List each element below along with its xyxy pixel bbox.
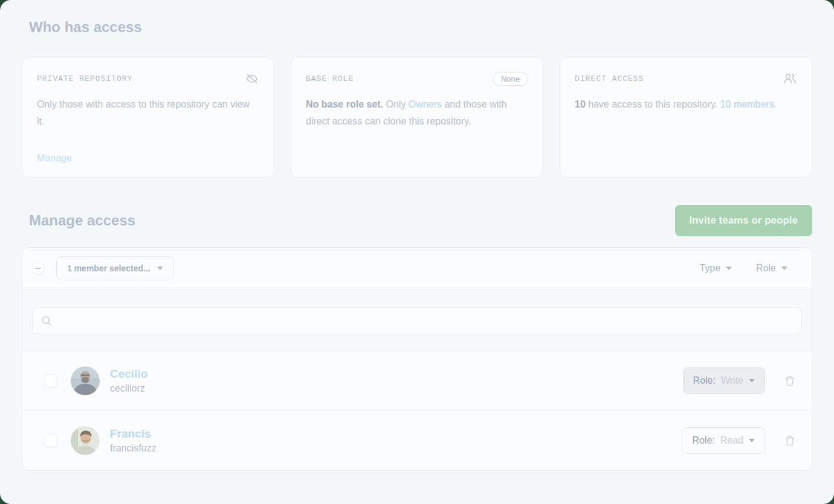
type-filter-label: Type	[699, 263, 720, 274]
role-prefix: Role:	[693, 375, 716, 386]
manage-link[interactable]: Manage	[37, 153, 259, 164]
role-dropdown[interactable]: Role: Read	[682, 427, 765, 454]
base-role-card: BASE ROLE None No base role set. Only Ow…	[291, 57, 543, 178]
role-filter-label: Role	[756, 263, 776, 274]
private-repository-card: PRIVATE REPOSITORY Only those with acces…	[22, 57, 274, 178]
none-badge: None	[493, 72, 528, 86]
role-value: Write	[721, 375, 743, 386]
chevron-down-icon	[726, 267, 732, 270]
role-value: Read	[720, 435, 743, 446]
remove-member-button[interactable]	[783, 373, 797, 388]
member-row-actions: Role: Read	[682, 427, 797, 454]
member-row-francis: Francis francisfuzz Role: Read	[22, 410, 812, 470]
role-prefix: Role:	[692, 435, 714, 446]
type-filter-dropdown[interactable]: Type	[699, 263, 732, 274]
chevron-down-icon	[749, 439, 755, 442]
eye-slash-icon	[245, 71, 259, 86]
selected-members-label: 1 member selected...	[67, 263, 150, 273]
member-search-box	[32, 308, 802, 334]
card-head: DIRECT ACCESS	[575, 71, 797, 86]
member-row-actions: Role: Write	[683, 367, 797, 394]
role-filter-dropdown[interactable]: Role	[756, 263, 787, 274]
member-row-cecilio: Cecilio ceciliorz Role: Write	[22, 351, 812, 410]
members-table: 1 member selected... Type Role	[22, 247, 812, 471]
direct-access-card: DIRECT ACCESS 10 have access to this rep…	[560, 57, 812, 178]
chevron-down-icon	[781, 267, 787, 270]
card-head: BASE ROLE None	[306, 71, 528, 86]
manage-access-header: Manage access Invite teams or people	[22, 205, 812, 236]
card-head: PRIVATE REPOSITORY	[37, 71, 259, 86]
direct-access-label: DIRECT ACCESS	[575, 74, 644, 83]
base-role-label: BASE ROLE	[306, 74, 354, 83]
member-name-link[interactable]: Francis	[110, 427, 156, 441]
access-summary-cards: PRIVATE REPOSITORY Only those with acces…	[22, 57, 812, 178]
avatar[interactable]	[71, 366, 100, 395]
member-identity: Cecilio ceciliorz	[110, 367, 147, 394]
members-table-toolbar: 1 member selected... Type Role	[22, 248, 812, 289]
members-count-link[interactable]: 10 members.	[720, 99, 777, 109]
remove-member-button[interactable]	[783, 433, 797, 448]
owners-link[interactable]: Owners	[409, 99, 442, 109]
select-all-checkbox[interactable]	[32, 262, 44, 274]
private-repository-description: Only those with access to this repositor…	[37, 96, 259, 130]
table-filters: Type Role	[699, 263, 787, 274]
private-repository-label: PRIVATE REPOSITORY	[37, 74, 132, 83]
trash-icon	[783, 373, 797, 388]
search-icon	[40, 315, 53, 327]
people-icon	[783, 71, 797, 86]
member-checkbox[interactable]	[44, 434, 57, 447]
chevron-down-icon	[749, 379, 755, 383]
member-checkbox[interactable]	[44, 374, 57, 387]
direct-access-description: 10 have access to this repository. 10 me…	[575, 96, 797, 113]
avatar[interactable]	[71, 426, 100, 455]
invite-teams-or-people-button[interactable]: Invite teams or people	[675, 205, 813, 236]
member-identity: Francis francisfuzz	[110, 427, 156, 454]
member-username: francisfuzz	[110, 443, 156, 454]
role-dropdown[interactable]: Role: Write	[683, 367, 765, 394]
repo-access-settings-page: Who has access PRIVATE REPOSITORY Only t…	[0, 0, 834, 504]
indeterminate-dash-icon	[35, 268, 41, 270]
base-role-description: No base role set. Only Owners and those …	[306, 96, 528, 130]
manage-access-title: Manage access	[29, 212, 135, 230]
who-has-access-title: Who has access	[29, 18, 812, 36]
member-search-section	[22, 289, 812, 351]
member-name-link[interactable]: Cecilio	[110, 367, 147, 381]
trash-icon	[783, 433, 797, 448]
member-search-input[interactable]	[59, 315, 794, 327]
chevron-down-icon	[157, 267, 163, 270]
member-username: ceciliorz	[110, 383, 147, 394]
selected-members-dropdown[interactable]: 1 member selected...	[56, 256, 174, 280]
